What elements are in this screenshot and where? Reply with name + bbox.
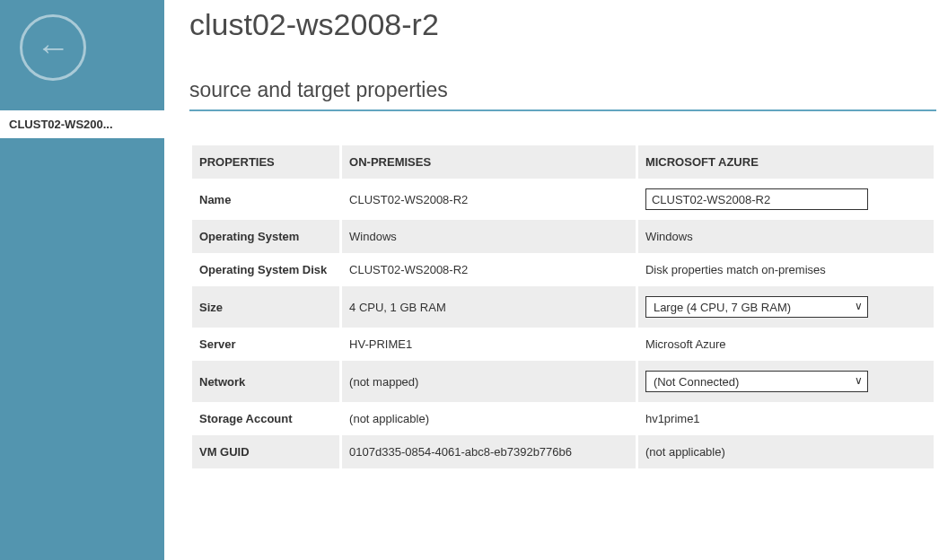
- prop-label-os: Operating System: [192, 220, 339, 253]
- table-row: Server HV-PRIME1 Microsoft Azure: [192, 328, 934, 361]
- azure-size-select[interactable]: Large (4 CPU, 7 GB RAM): [645, 296, 868, 318]
- table-row: VM GUID 0107d335-0854-4061-abc8-eb7392b7…: [192, 435, 934, 468]
- azure-name-input[interactable]: [645, 188, 868, 210]
- azure-os: Windows: [638, 220, 934, 253]
- azure-server: Microsoft Azure: [638, 328, 934, 361]
- sidebar: ← CLUST02-WS200...: [0, 0, 164, 560]
- table-row: Name CLUST02-WS2008-R2: [192, 179, 934, 220]
- prop-label-storage: Storage Account: [192, 402, 339, 435]
- on-premises-os: Windows: [342, 220, 636, 253]
- on-premises-name: CLUST02-WS2008-R2: [342, 179, 636, 220]
- azure-storage: hv1prime1: [638, 402, 934, 435]
- column-header-azure: MICROSOFT AZURE: [638, 145, 934, 179]
- prop-label-os-disk: Operating System Disk: [192, 253, 339, 286]
- on-premises-server: HV-PRIME1: [342, 328, 636, 361]
- azure-network-cell: (Not Connected) ∨: [638, 361, 934, 402]
- table-row: Storage Account (not applicable) hv1prim…: [192, 402, 934, 435]
- table-row: Size 4 CPU, 1 GB RAM Large (4 CPU, 7 GB …: [192, 286, 934, 328]
- on-premises-os-disk: CLUST02-WS2008-R2: [342, 253, 636, 286]
- main-content: clust02-ws2008-r2 source and target prop…: [164, 0, 939, 560]
- prop-label-server: Server: [192, 328, 339, 361]
- table-row: Operating System Windows Windows: [192, 220, 934, 253]
- section-divider: [189, 109, 936, 111]
- table-header-row: PROPERTIES ON-PREMISES MICROSOFT AZURE: [192, 145, 934, 179]
- prop-label-size: Size: [192, 286, 339, 328]
- on-premises-storage: (not applicable): [342, 402, 636, 435]
- on-premises-network: (not mapped): [342, 361, 636, 402]
- table-row: Operating System Disk CLUST02-WS2008-R2 …: [192, 253, 934, 286]
- properties-table: PROPERTIES ON-PREMISES MICROSOFT AZURE N…: [189, 145, 936, 468]
- page-title: clust02-ws2008-r2: [189, 7, 939, 42]
- on-premises-size: 4 CPU, 1 GB RAM: [342, 286, 636, 328]
- sidebar-tab-selected[interactable]: CLUST02-WS200...: [0, 110, 164, 138]
- azure-network-select[interactable]: (Not Connected): [645, 371, 868, 392]
- prop-label-name: Name: [192, 179, 339, 220]
- azure-size-cell: Large (4 CPU, 7 GB RAM) ∨: [638, 286, 934, 328]
- table-row: Network (not mapped) (Not Connected) ∨: [192, 361, 934, 402]
- on-premises-vm-guid: 0107d335-0854-4061-abc8-eb7392b776b6: [342, 435, 636, 468]
- column-header-properties: PROPERTIES: [192, 145, 339, 179]
- page-subtitle: source and target properties: [189, 78, 939, 102]
- back-arrow-icon: ←: [36, 31, 70, 65]
- azure-os-disk: Disk properties match on-premises: [638, 253, 934, 286]
- prop-label-vm-guid: VM GUID: [192, 435, 339, 468]
- back-button[interactable]: ←: [20, 14, 86, 81]
- azure-name-cell: [638, 179, 934, 220]
- azure-vm-guid: (not applicable): [638, 435, 934, 468]
- column-header-on-premises: ON-PREMISES: [342, 145, 636, 179]
- prop-label-network: Network: [192, 361, 339, 402]
